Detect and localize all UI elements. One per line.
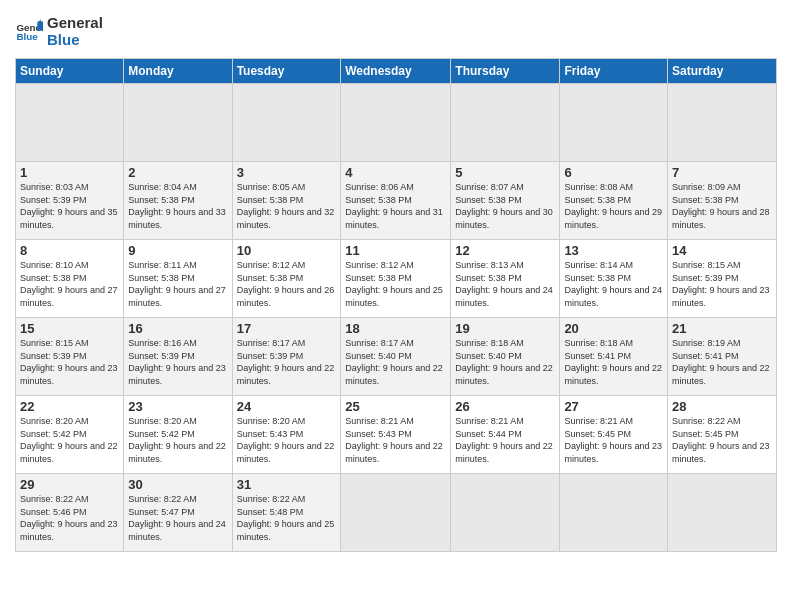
day-number: 11 xyxy=(345,243,446,258)
day-detail: Sunrise: 8:13 AMSunset: 5:38 PMDaylight:… xyxy=(455,260,553,308)
day-number: 17 xyxy=(237,321,337,336)
calendar-cell: 26 Sunrise: 8:21 AMSunset: 5:44 PMDaylig… xyxy=(451,396,560,474)
day-detail: Sunrise: 8:18 AMSunset: 5:41 PMDaylight:… xyxy=(564,338,662,386)
day-number: 20 xyxy=(564,321,663,336)
calendar-cell: 27 Sunrise: 8:21 AMSunset: 5:45 PMDaylig… xyxy=(560,396,668,474)
calendar-cell: 9 Sunrise: 8:11 AMSunset: 5:38 PMDayligh… xyxy=(124,240,232,318)
day-number: 14 xyxy=(672,243,772,258)
header: General Blue General Blue xyxy=(15,15,777,48)
calendar-cell xyxy=(560,474,668,552)
calendar-week-6: 29 Sunrise: 8:22 AMSunset: 5:46 PMDaylig… xyxy=(16,474,777,552)
day-detail: Sunrise: 8:06 AMSunset: 5:38 PMDaylight:… xyxy=(345,182,443,230)
day-detail: Sunrise: 8:19 AMSunset: 5:41 PMDaylight:… xyxy=(672,338,770,386)
calendar-cell xyxy=(232,84,341,162)
day-detail: Sunrise: 8:15 AMSunset: 5:39 PMDaylight:… xyxy=(20,338,118,386)
header-row: SundayMondayTuesdayWednesdayThursdayFrid… xyxy=(16,59,777,84)
calendar-cell: 30 Sunrise: 8:22 AMSunset: 5:47 PMDaylig… xyxy=(124,474,232,552)
day-detail: Sunrise: 8:18 AMSunset: 5:40 PMDaylight:… xyxy=(455,338,553,386)
logo-line2: Blue xyxy=(47,32,103,49)
calendar-cell: 5 Sunrise: 8:07 AMSunset: 5:38 PMDayligh… xyxy=(451,162,560,240)
calendar-cell: 10 Sunrise: 8:12 AMSunset: 5:38 PMDaylig… xyxy=(232,240,341,318)
col-header-sunday: Sunday xyxy=(16,59,124,84)
day-detail: Sunrise: 8:20 AMSunset: 5:42 PMDaylight:… xyxy=(20,416,118,464)
day-detail: Sunrise: 8:17 AMSunset: 5:39 PMDaylight:… xyxy=(237,338,335,386)
calendar-cell: 22 Sunrise: 8:20 AMSunset: 5:42 PMDaylig… xyxy=(16,396,124,474)
day-number: 16 xyxy=(128,321,227,336)
day-detail: Sunrise: 8:15 AMSunset: 5:39 PMDaylight:… xyxy=(672,260,770,308)
calendar-cell: 15 Sunrise: 8:15 AMSunset: 5:39 PMDaylig… xyxy=(16,318,124,396)
calendar-cell: 28 Sunrise: 8:22 AMSunset: 5:45 PMDaylig… xyxy=(668,396,777,474)
calendar-cell xyxy=(16,84,124,162)
calendar-cell: 14 Sunrise: 8:15 AMSunset: 5:39 PMDaylig… xyxy=(668,240,777,318)
day-detail: Sunrise: 8:12 AMSunset: 5:38 PMDaylight:… xyxy=(237,260,335,308)
day-number: 1 xyxy=(20,165,119,180)
calendar-cell xyxy=(560,84,668,162)
day-number: 29 xyxy=(20,477,119,492)
day-detail: Sunrise: 8:04 AMSunset: 5:38 PMDaylight:… xyxy=(128,182,226,230)
day-number: 24 xyxy=(237,399,337,414)
day-number: 28 xyxy=(672,399,772,414)
col-header-wednesday: Wednesday xyxy=(341,59,451,84)
day-number: 6 xyxy=(564,165,663,180)
day-number: 18 xyxy=(345,321,446,336)
calendar-cell: 7 Sunrise: 8:09 AMSunset: 5:38 PMDayligh… xyxy=(668,162,777,240)
logo-line1: General xyxy=(47,15,103,32)
day-number: 12 xyxy=(455,243,555,258)
day-detail: Sunrise: 8:17 AMSunset: 5:40 PMDaylight:… xyxy=(345,338,443,386)
calendar-cell: 3 Sunrise: 8:05 AMSunset: 5:38 PMDayligh… xyxy=(232,162,341,240)
calendar-week-5: 22 Sunrise: 8:20 AMSunset: 5:42 PMDaylig… xyxy=(16,396,777,474)
day-number: 23 xyxy=(128,399,227,414)
page-container: General Blue General Blue SundayMondayTu… xyxy=(0,0,792,562)
calendar-cell xyxy=(668,84,777,162)
calendar-table: SundayMondayTuesdayWednesdayThursdayFrid… xyxy=(15,58,777,552)
day-detail: Sunrise: 8:11 AMSunset: 5:38 PMDaylight:… xyxy=(128,260,226,308)
calendar-cell: 2 Sunrise: 8:04 AMSunset: 5:38 PMDayligh… xyxy=(124,162,232,240)
calendar-cell: 16 Sunrise: 8:16 AMSunset: 5:39 PMDaylig… xyxy=(124,318,232,396)
calendar-cell: 23 Sunrise: 8:20 AMSunset: 5:42 PMDaylig… xyxy=(124,396,232,474)
day-number: 4 xyxy=(345,165,446,180)
day-detail: Sunrise: 8:10 AMSunset: 5:38 PMDaylight:… xyxy=(20,260,118,308)
day-detail: Sunrise: 8:22 AMSunset: 5:46 PMDaylight:… xyxy=(20,494,118,542)
day-detail: Sunrise: 8:14 AMSunset: 5:38 PMDaylight:… xyxy=(564,260,662,308)
day-number: 5 xyxy=(455,165,555,180)
day-number: 15 xyxy=(20,321,119,336)
day-detail: Sunrise: 8:21 AMSunset: 5:44 PMDaylight:… xyxy=(455,416,553,464)
calendar-cell: 13 Sunrise: 8:14 AMSunset: 5:38 PMDaylig… xyxy=(560,240,668,318)
day-number: 25 xyxy=(345,399,446,414)
day-detail: Sunrise: 8:05 AMSunset: 5:38 PMDaylight:… xyxy=(237,182,335,230)
day-number: 31 xyxy=(237,477,337,492)
day-number: 9 xyxy=(128,243,227,258)
day-detail: Sunrise: 8:22 AMSunset: 5:45 PMDaylight:… xyxy=(672,416,770,464)
calendar-cell xyxy=(341,474,451,552)
day-number: 13 xyxy=(564,243,663,258)
col-header-monday: Monday xyxy=(124,59,232,84)
calendar-cell: 4 Sunrise: 8:06 AMSunset: 5:38 PMDayligh… xyxy=(341,162,451,240)
day-detail: Sunrise: 8:16 AMSunset: 5:39 PMDaylight:… xyxy=(128,338,226,386)
calendar-cell: 24 Sunrise: 8:20 AMSunset: 5:43 PMDaylig… xyxy=(232,396,341,474)
day-number: 19 xyxy=(455,321,555,336)
day-number: 21 xyxy=(672,321,772,336)
day-number: 26 xyxy=(455,399,555,414)
day-detail: Sunrise: 8:22 AMSunset: 5:47 PMDaylight:… xyxy=(128,494,226,542)
svg-text:Blue: Blue xyxy=(16,31,38,42)
day-number: 10 xyxy=(237,243,337,258)
calendar-week-4: 15 Sunrise: 8:15 AMSunset: 5:39 PMDaylig… xyxy=(16,318,777,396)
day-detail: Sunrise: 8:22 AMSunset: 5:48 PMDaylight:… xyxy=(237,494,335,542)
calendar-cell: 31 Sunrise: 8:22 AMSunset: 5:48 PMDaylig… xyxy=(232,474,341,552)
day-detail: Sunrise: 8:07 AMSunset: 5:38 PMDaylight:… xyxy=(455,182,553,230)
day-detail: Sunrise: 8:20 AMSunset: 5:42 PMDaylight:… xyxy=(128,416,226,464)
day-number: 8 xyxy=(20,243,119,258)
calendar-cell: 17 Sunrise: 8:17 AMSunset: 5:39 PMDaylig… xyxy=(232,318,341,396)
calendar-cell: 19 Sunrise: 8:18 AMSunset: 5:40 PMDaylig… xyxy=(451,318,560,396)
calendar-cell: 18 Sunrise: 8:17 AMSunset: 5:40 PMDaylig… xyxy=(341,318,451,396)
day-detail: Sunrise: 8:03 AMSunset: 5:39 PMDaylight:… xyxy=(20,182,118,230)
day-detail: Sunrise: 8:21 AMSunset: 5:45 PMDaylight:… xyxy=(564,416,662,464)
calendar-cell: 12 Sunrise: 8:13 AMSunset: 5:38 PMDaylig… xyxy=(451,240,560,318)
logo: General Blue General Blue xyxy=(15,15,103,48)
day-detail: Sunrise: 8:20 AMSunset: 5:43 PMDaylight:… xyxy=(237,416,335,464)
calendar-cell xyxy=(668,474,777,552)
calendar-cell: 29 Sunrise: 8:22 AMSunset: 5:46 PMDaylig… xyxy=(16,474,124,552)
day-number: 22 xyxy=(20,399,119,414)
col-header-saturday: Saturday xyxy=(668,59,777,84)
day-number: 3 xyxy=(237,165,337,180)
